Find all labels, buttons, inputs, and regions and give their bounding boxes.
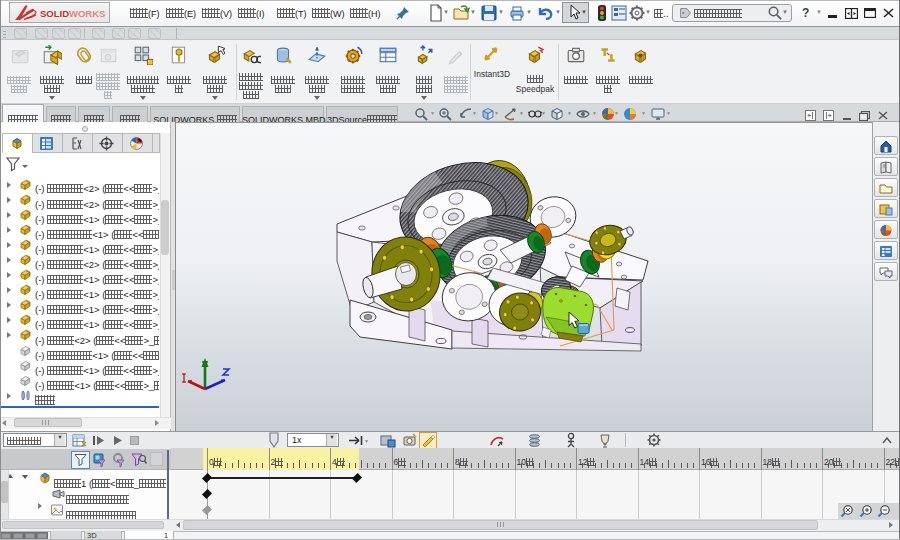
svg-text:WORKS: WORKS xyxy=(69,8,105,19)
svg-text:SOLID: SOLID xyxy=(40,8,69,19)
